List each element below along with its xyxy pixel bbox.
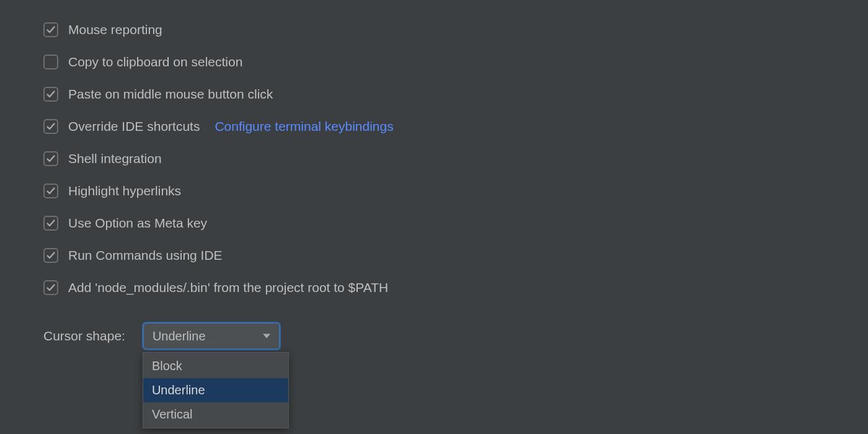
label-cursor-shape: Cursor shape:: [43, 329, 125, 343]
checkbox-paste-middle[interactable]: [43, 87, 58, 102]
label-node-bin-path: Add 'node_modules/.bin' from the project…: [68, 280, 388, 295]
checkbox-override-shortcuts[interactable]: [43, 119, 58, 134]
checkbox-node-bin-path[interactable]: [43, 280, 58, 295]
dropdown-item-block[interactable]: Block: [143, 354, 288, 378]
link-configure-keybindings[interactable]: Configure terminal keybindings: [215, 119, 393, 134]
label-copy-on-select: Copy to clipboard on selection: [68, 55, 242, 69]
checkbox-run-cmds-ide[interactable]: [43, 248, 58, 263]
label-shell-integration: Shell integration: [68, 151, 162, 166]
select-cursor-shape[interactable]: Underline: [143, 322, 280, 350]
select-cursor-shape-value: Underline: [153, 329, 206, 343]
label-mouse-reporting: Mouse reporting: [68, 22, 162, 37]
chevron-down-icon: [263, 334, 270, 339]
checkbox-shell-integration[interactable]: [43, 151, 58, 166]
checkbox-copy-on-select[interactable]: [43, 55, 58, 69]
label-option-as-meta: Use Option as Meta key: [68, 216, 207, 231]
dropdown-item-underline[interactable]: Underline: [143, 378, 288, 402]
label-highlight-hyperlinks: Highlight hyperlinks: [68, 184, 181, 198]
label-override-shortcuts: Override IDE shortcuts: [68, 119, 200, 134]
label-run-cmds-ide: Run Commands using IDE: [68, 248, 223, 263]
label-paste-middle: Paste on middle mouse button click: [68, 87, 273, 102]
checkbox-highlight-hyperlinks[interactable]: [43, 184, 58, 198]
dropdown-item-vertical[interactable]: Vertical: [143, 402, 288, 427]
dropdown-cursor-shape: Block Underline Vertical: [143, 352, 289, 428]
checkbox-option-as-meta[interactable]: [43, 216, 58, 231]
checkbox-mouse-reporting[interactable]: [43, 22, 58, 37]
